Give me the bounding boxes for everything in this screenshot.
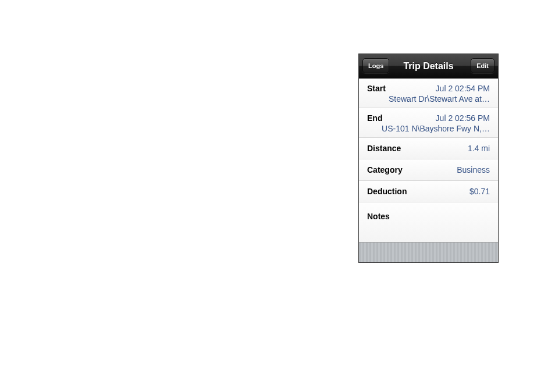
nav-title: Trip Details bbox=[403, 61, 453, 72]
content-area: Start Jul 2 02:54 PM Stewart Dr\Stewart … bbox=[359, 79, 498, 262]
edit-button-label: Edit bbox=[476, 62, 489, 69]
notes-label: Notes bbox=[367, 212, 390, 221]
category-value: Business bbox=[408, 165, 490, 174]
background-pinstripe bbox=[359, 243, 498, 263]
end-time: Jul 2 02:56 PM bbox=[436, 113, 490, 123]
end-label: End bbox=[367, 113, 382, 123]
end-row[interactable]: End Jul 2 02:56 PM US-101 N\Bayshore Fwy… bbox=[359, 108, 498, 138]
logs-back-button[interactable]: Logs bbox=[362, 58, 389, 73]
distance-value: 1.4 mi bbox=[407, 144, 490, 153]
deduction-label: Deduction bbox=[367, 187, 407, 196]
deduction-value: $0.71 bbox=[412, 187, 490, 196]
start-location: Stewart Dr\Stewart Ave at… bbox=[367, 94, 490, 104]
logs-back-label: Logs bbox=[368, 62, 383, 69]
category-label: Category bbox=[367, 165, 403, 174]
distance-row[interactable]: Distance 1.4 mi bbox=[359, 138, 498, 159]
start-time: Jul 2 02:54 PM bbox=[436, 84, 490, 93]
edit-button[interactable]: Edit bbox=[471, 58, 494, 73]
nav-bar: Logs Trip Details Edit bbox=[359, 54, 498, 79]
end-location: US-101 N\Bayshore Fwy N,… bbox=[367, 124, 490, 133]
phone-screen: Logs Trip Details Edit Start Jul 2 02:54… bbox=[358, 54, 499, 263]
notes-row[interactable]: Notes bbox=[359, 202, 498, 242]
details-table: Start Jul 2 02:54 PM Stewart Dr\Stewart … bbox=[359, 79, 498, 243]
category-row[interactable]: Category Business bbox=[359, 159, 498, 181]
deduction-row[interactable]: Deduction $0.71 bbox=[359, 181, 498, 202]
distance-label: Distance bbox=[367, 144, 401, 153]
start-label: Start bbox=[367, 84, 386, 93]
start-row[interactable]: Start Jul 2 02:54 PM Stewart Dr\Stewart … bbox=[359, 79, 498, 108]
